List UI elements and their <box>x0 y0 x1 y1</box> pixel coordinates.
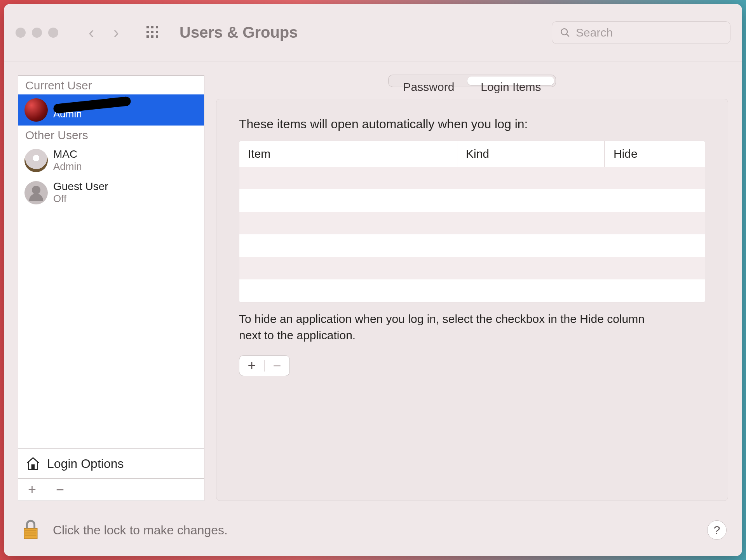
sidebar-footer: + − <box>18 478 204 501</box>
svg-rect-7 <box>151 35 153 38</box>
user-role: Admin <box>53 160 82 173</box>
login-options-label: Login Options <box>47 457 124 471</box>
panel-intro: These items will open automatically when… <box>239 117 705 131</box>
svg-rect-1 <box>151 26 153 28</box>
forward-button[interactable]: › <box>113 23 119 42</box>
svg-rect-11 <box>32 465 34 469</box>
traffic-lights <box>16 28 58 38</box>
tab-login-items[interactable]: Login Items <box>467 77 554 85</box>
zoom-icon[interactable] <box>48 28 58 38</box>
table-row[interactable] <box>239 189 705 212</box>
svg-point-9 <box>561 28 567 35</box>
login-items-panel: These items will open automatically when… <box>216 99 728 501</box>
nav-arrows: ‹ › <box>89 23 119 42</box>
user-row-guest[interactable]: Guest User Off <box>18 176 204 209</box>
page-title: Users & Groups <box>180 24 298 41</box>
col-item[interactable]: Item <box>239 141 457 167</box>
svg-rect-0 <box>146 26 149 28</box>
table-row[interactable] <box>239 279 705 302</box>
svg-rect-5 <box>156 31 158 33</box>
login-options-button[interactable]: Login Options <box>18 448 204 478</box>
remove-item-button[interactable]: − <box>265 356 289 376</box>
user-name: Guest User <box>53 180 108 193</box>
col-kind[interactable]: Kind <box>457 141 605 167</box>
users-sidebar: Current User Admin Other Users MAC Admin <box>18 75 204 501</box>
search-input[interactable] <box>576 26 722 39</box>
current-user-header: Current User <box>18 76 204 94</box>
other-users-header: Other Users <box>18 126 204 144</box>
current-user-row[interactable]: Admin <box>18 94 204 126</box>
table-row[interactable] <box>239 257 705 279</box>
user-role: Off <box>53 193 108 205</box>
lock-text: Click the lock to make changes. <box>53 523 228 537</box>
preferences-window: ‹ › Users & Groups Current User Admin Ot… <box>4 4 742 556</box>
svg-rect-2 <box>156 26 158 28</box>
table-row[interactable] <box>239 234 705 257</box>
show-all-icon[interactable] <box>145 25 159 40</box>
titlebar: ‹ › Users & Groups <box>4 4 742 61</box>
user-row-mac[interactable]: MAC Admin <box>18 144 204 176</box>
login-items-table: Item Kind Hide <box>239 141 705 302</box>
minimize-icon[interactable] <box>32 28 42 38</box>
tab-bar: Password Login Items <box>388 75 556 87</box>
col-hide[interactable]: Hide <box>605 141 673 167</box>
remove-user-button[interactable]: − <box>46 479 74 501</box>
house-icon <box>25 456 41 471</box>
svg-rect-8 <box>156 35 158 38</box>
close-icon[interactable] <box>16 28 26 38</box>
svg-line-10 <box>566 34 569 37</box>
svg-rect-4 <box>151 31 153 33</box>
user-name: MAC <box>53 148 82 160</box>
avatar-icon <box>24 181 48 204</box>
svg-rect-6 <box>146 35 149 38</box>
panel-hint: To hide an application when you log in, … <box>239 311 651 344</box>
table-row[interactable] <box>239 167 705 189</box>
avatar-icon <box>24 149 48 172</box>
search-icon <box>560 27 570 38</box>
avatar-icon <box>24 98 48 122</box>
back-button[interactable]: ‹ <box>89 23 94 42</box>
add-item-button[interactable]: + <box>239 356 264 376</box>
table-row[interactable] <box>239 212 705 234</box>
tab-password[interactable]: Password <box>390 77 468 85</box>
help-button[interactable]: ? <box>707 520 727 540</box>
lock-icon[interactable] <box>19 518 42 542</box>
add-user-button[interactable]: + <box>18 479 46 501</box>
search-field[interactable] <box>552 21 730 44</box>
table-header: Item Kind Hide <box>239 141 705 167</box>
content: Current User Admin Other Users MAC Admin <box>4 61 742 509</box>
table-body <box>239 167 705 302</box>
add-remove-control: + − <box>239 355 290 376</box>
svg-rect-3 <box>146 31 149 33</box>
main-panel: Password Login Items These items will op… <box>216 75 728 501</box>
footer: Click the lock to make changes. ? <box>4 509 742 556</box>
